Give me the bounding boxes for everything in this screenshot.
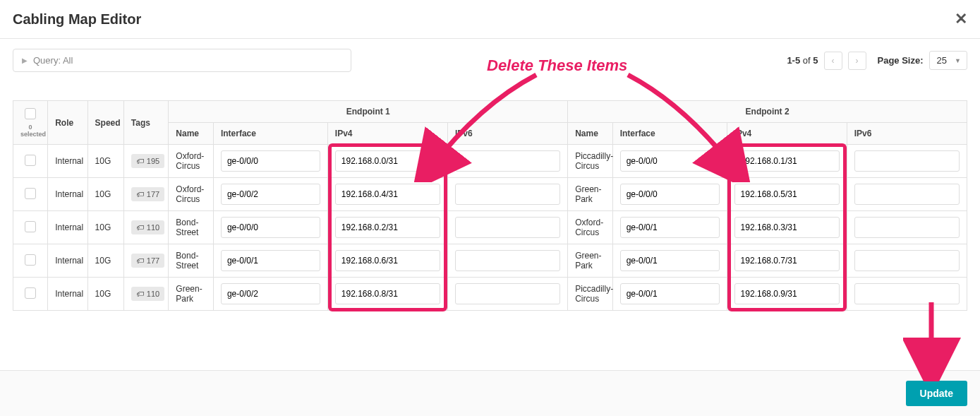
col-role: Role: [48, 101, 87, 145]
ep1-interface-input[interactable]: [221, 250, 320, 271]
tag-badge[interactable]: 🏷177: [131, 254, 164, 268]
ep1-ipv6-input[interactable]: [455, 150, 560, 172]
col-ep1-ipv6: IPv6: [447, 123, 567, 145]
tag-badge[interactable]: 🏷195: [131, 154, 164, 168]
ep2-interface-input[interactable]: [620, 250, 720, 271]
ep2-ipv6-input[interactable]: [854, 184, 960, 205]
col-ep1-interface: Interface: [213, 123, 327, 145]
ep2-interface-input[interactable]: [620, 283, 720, 304]
row-checkbox[interactable]: [25, 221, 36, 232]
pagination: 1-5 of 5 ‹ › Page Size: 25 ▼: [787, 51, 967, 70]
query-label: Query: All: [33, 55, 73, 66]
next-page-button[interactable]: ›: [848, 52, 866, 70]
tag-icon: 🏷: [136, 290, 144, 298]
close-icon[interactable]: ✕: [955, 10, 967, 28]
ep1-ipv4-input[interactable]: [335, 217, 440, 238]
tag-icon: 🏷: [136, 223, 144, 232]
cell-role: Internal: [48, 278, 87, 311]
modal-header: Cabling Map Editor ✕: [0, 0, 980, 39]
page-size-select[interactable]: 25 ▼: [929, 51, 967, 70]
ep1-ipv6-input[interactable]: [455, 283, 560, 304]
cell-tags: 🏷195: [123, 145, 169, 178]
cell-ep2-name: Piccadilly-Circus: [568, 278, 613, 311]
ep2-ipv4-input[interactable]: [734, 283, 840, 304]
col-endpoint1: Endpoint 1: [169, 101, 568, 123]
modal-footer: Update: [0, 370, 980, 416]
table-row: Internal10G🏷177Oxford-CircusGreen-Park: [13, 178, 967, 211]
ep1-ipv4-input[interactable]: [335, 283, 440, 304]
ep2-ipv6-input[interactable]: [854, 283, 960, 304]
ep2-interface-input[interactable]: [620, 150, 720, 172]
ep2-ipv6-input[interactable]: [854, 150, 960, 172]
ep1-ipv6-input[interactable]: [455, 250, 560, 271]
ep1-ipv4-input[interactable]: [335, 250, 440, 271]
col-ep2-interface: Interface: [612, 123, 727, 145]
cell-tags: 🏷177: [123, 178, 169, 211]
ep2-ipv4-input[interactable]: [734, 217, 840, 238]
ep2-ipv4-input[interactable]: [734, 150, 840, 172]
cell-tags: 🏷110: [123, 278, 169, 311]
ep2-ipv4-input[interactable]: [734, 250, 840, 271]
cell-role: Internal: [48, 211, 87, 244]
ep2-interface-input[interactable]: [620, 217, 720, 238]
query-filter[interactable]: ▶ Query: All: [13, 49, 351, 72]
col-ep2-ipv4: IPv4: [727, 123, 847, 145]
cell-ep1-name: Oxford-Circus: [169, 178, 214, 211]
cell-role: Internal: [48, 178, 87, 211]
row-checkbox[interactable]: [25, 188, 36, 199]
ep2-interface-input[interactable]: [620, 184, 720, 205]
tag-icon: 🏷: [136, 256, 144, 265]
annotation-label: Delete These Items: [487, 57, 627, 75]
col-ep2-ipv6: IPv6: [847, 123, 967, 145]
row-checkbox[interactable]: [25, 287, 36, 299]
cell-speed: 10G: [87, 244, 123, 278]
table-row: Internal10G🏷110Green-ParkPiccadilly-Circ…: [13, 278, 967, 311]
cell-speed: 10G: [87, 211, 123, 244]
pagination-text: 1-5 of 5: [787, 55, 818, 66]
col-endpoint2: Endpoint 2: [568, 101, 967, 123]
update-button[interactable]: Update: [906, 381, 967, 406]
cell-ep2-name: Oxford-Circus: [568, 211, 613, 244]
ep1-ipv4-input[interactable]: [335, 150, 440, 172]
chevron-right-icon: ▶: [22, 57, 28, 64]
cell-ep1-name: Oxford-Circus: [169, 145, 214, 178]
col-ep2-name: Name: [568, 123, 613, 145]
tag-badge[interactable]: 🏷110: [131, 287, 164, 301]
ep1-interface-input[interactable]: [221, 283, 320, 304]
chevron-left-icon: ‹: [832, 56, 835, 66]
row-checkbox[interactable]: [25, 254, 36, 266]
chevron-right-icon: ›: [856, 56, 859, 66]
cell-ep1-name: Bond-Street: [169, 211, 214, 244]
cell-ep2-name: Green-Park: [568, 244, 613, 278]
ep2-ipv6-input[interactable]: [854, 217, 960, 238]
table-row: Internal10G🏷177Bond-StreetGreen-Park: [13, 244, 967, 278]
ep1-ipv6-input[interactable]: [455, 217, 560, 238]
prev-page-button[interactable]: ‹: [824, 52, 842, 70]
select-all-header: 0 selected: [13, 101, 48, 145]
page-size-label: Page Size:: [878, 55, 924, 66]
cabling-table: 0 selected Role Speed Tags Endpoint 1 En…: [13, 100, 967, 311]
col-speed: Speed: [87, 101, 123, 145]
cell-ep2-name: Green-Park: [568, 178, 613, 211]
cell-role: Internal: [48, 145, 87, 178]
cell-speed: 10G: [87, 145, 123, 178]
col-ep1-name: Name: [169, 123, 214, 145]
cell-role: Internal: [48, 244, 87, 278]
ep1-interface-input[interactable]: [221, 184, 320, 205]
ep1-ipv4-input[interactable]: [335, 184, 440, 205]
cell-tags: 🏷177: [123, 244, 169, 278]
ep1-interface-input[interactable]: [221, 217, 320, 238]
ep1-ipv6-input[interactable]: [455, 184, 560, 205]
page-title: Cabling Map Editor: [13, 11, 141, 28]
row-checkbox[interactable]: [25, 155, 36, 166]
select-all-checkbox[interactable]: [25, 108, 36, 119]
tag-badge[interactable]: 🏷177: [131, 187, 164, 201]
col-tags: Tags: [123, 101, 169, 145]
ep1-interface-input[interactable]: [221, 150, 320, 172]
tag-icon: 🏷: [136, 190, 144, 198]
tag-badge[interactable]: 🏷110: [131, 220, 164, 234]
cell-ep2-name: Piccadilly-Circus: [568, 145, 613, 178]
cell-speed: 10G: [87, 278, 123, 311]
ep2-ipv4-input[interactable]: [734, 184, 840, 205]
ep2-ipv6-input[interactable]: [854, 250, 960, 271]
